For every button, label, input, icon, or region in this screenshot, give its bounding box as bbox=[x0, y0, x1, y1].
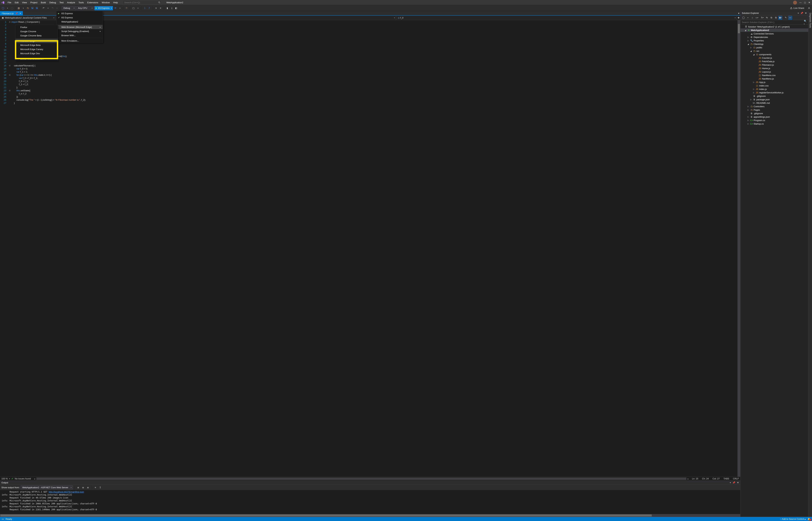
refresh-dd[interactable]: ▾ bbox=[118, 6, 122, 10]
code-editor[interactable]: 1234567891011121314151617181920212223242… bbox=[0, 20, 740, 477]
menu-tools[interactable]: Tools bbox=[77, 0, 85, 5]
zoom-level[interactable]: 100 % bbox=[1, 477, 8, 480]
panel-pin-icon[interactable]: 📌 bbox=[800, 12, 803, 15]
nav-back-icon[interactable]: ◯ bbox=[1, 6, 5, 10]
uncomment-icon[interactable]: ▮ bbox=[170, 6, 174, 10]
output-hscrollbar[interactable] bbox=[0, 514, 740, 517]
run-button[interactable]: ▶IIS Express bbox=[94, 6, 113, 10]
editor-split-grip[interactable] bbox=[738, 20, 740, 22]
tree-node[interactable]: ▷🗀public bbox=[740, 46, 808, 49]
platform-dropdown[interactable]: Any CPU bbox=[76, 6, 94, 10]
solution-search[interactable]: 🔍▾ bbox=[740, 20, 808, 25]
new-item-icon[interactable]: ▥ bbox=[17, 6, 21, 10]
menu-item[interactable]: Microsoft Edge Canary bbox=[16, 47, 58, 51]
back-icon[interactable]: ◯ bbox=[742, 16, 745, 20]
editor-vscrollbar[interactable] bbox=[738, 20, 740, 477]
project-node[interactable]: ◢ ⊕ WebApplication2 bbox=[740, 28, 808, 32]
view-icon[interactable]: ▭ bbox=[788, 16, 792, 20]
save-icon[interactable]: 🖫 bbox=[30, 6, 34, 10]
tree-node[interactable]: ▷JSApp.js bbox=[740, 81, 808, 84]
goto-next-icon[interactable]: ≣ bbox=[81, 485, 85, 490]
refresh-icon[interactable]: ⟳ bbox=[113, 6, 117, 10]
indent-icon[interactable]: ≡ bbox=[159, 6, 162, 10]
home-icon[interactable]: ⌂ bbox=[750, 16, 754, 20]
menu-item[interactable]: Browse With... bbox=[57, 33, 103, 38]
tree-node[interactable]: JSFetchData.js bbox=[740, 60, 808, 63]
pin-icon[interactable]: 📌 bbox=[16, 12, 18, 15]
quick-search[interactable] bbox=[123, 1, 161, 4]
type-dropdown[interactable] bbox=[55, 16, 396, 20]
source-control-button[interactable]: ↑ Add to Source Control ▴ bbox=[780, 518, 806, 520]
menu-project[interactable]: Project bbox=[29, 0, 39, 5]
close-tab-icon[interactable]: ✕ bbox=[20, 12, 21, 15]
tree-node[interactable]: JSFibonacci.js bbox=[740, 63, 808, 67]
sync-icon[interactable]: ⇆ bbox=[765, 16, 769, 20]
menu-item[interactable]: Microsoft Edge bbox=[16, 39, 58, 43]
menu-analyze[interactable]: Analyze bbox=[65, 0, 77, 5]
user-icon[interactable] bbox=[807, 6, 811, 10]
outdent-icon[interactable]: ≡ bbox=[154, 6, 158, 10]
tree-node[interactable]: ☁Connected Services bbox=[740, 32, 808, 35]
menu-item[interactable]: Select Web Browsers... bbox=[16, 56, 58, 61]
tree-node[interactable]: JSCounter.js bbox=[740, 56, 808, 60]
open-icon[interactable]: 🗀 bbox=[26, 6, 30, 10]
panel-dd-icon[interactable]: ▾ bbox=[730, 482, 731, 483]
minimize-button[interactable]: — bbox=[799, 1, 802, 4]
comment-icon[interactable]: ▮ bbox=[165, 6, 169, 10]
solutions-views-dd[interactable]: ▭▾ bbox=[755, 16, 759, 20]
tree-node[interactable]: ▷JSregisterServiceWorker.js bbox=[740, 91, 808, 94]
menu-item[interactable]: IIS Express bbox=[57, 16, 103, 20]
show-all-icon[interactable]: ⧉ bbox=[774, 16, 778, 20]
panel-close-icon[interactable]: ✕ bbox=[737, 481, 739, 484]
menu-item[interactable]: IIS Express bbox=[57, 11, 103, 16]
tree-node[interactable]: ▷C#Program.cs bbox=[740, 118, 808, 122]
tabs-overflow-icon[interactable]: ▾ bbox=[737, 11, 740, 15]
tree-node[interactable]: ▷C#Startup.cs bbox=[740, 122, 808, 126]
save-all-icon[interactable]: 🖫 bbox=[35, 6, 39, 10]
menu-window[interactable]: Window bbox=[100, 0, 111, 5]
tree-node[interactable]: ▷🗎package.json bbox=[740, 98, 808, 101]
auto-scroll-icon[interactable]: ↧ bbox=[98, 485, 102, 490]
split-icon[interactable]: ✥ bbox=[737, 16, 740, 20]
close-button[interactable]: ✕ bbox=[808, 1, 810, 4]
tree-node[interactable]: M↓README.md bbox=[740, 101, 808, 105]
tree-node[interactable]: ▷⚙Dependencies bbox=[740, 35, 808, 39]
undo-dd[interactable]: ▾ bbox=[46, 6, 50, 10]
collapse-icon[interactable]: ⧉ bbox=[769, 16, 773, 20]
member-dropdown[interactable]: ◇f_0 bbox=[396, 16, 737, 20]
menu-item[interactable]: Google Chrome bbox=[16, 29, 58, 33]
clear-all-icon[interactable]: ≣ bbox=[86, 485, 90, 490]
step-into-icon[interactable]: ⤵ bbox=[143, 6, 146, 10]
avatar[interactable] bbox=[793, 1, 797, 4]
pending-changes-icon[interactable]: ↻▾ bbox=[760, 16, 764, 20]
word-wrap-icon[interactable]: ≡ bbox=[94, 485, 97, 490]
tab-fibonacci[interactable]: Fibonacci.js 📌 ✕ bbox=[0, 11, 23, 16]
scope-dropdown[interactable]: ▣WebApplication2 JavaScript Content File… bbox=[0, 16, 55, 20]
menu-debug[interactable]: Debug bbox=[48, 0, 58, 5]
tree-node[interactable]: JSNavMenu.js bbox=[740, 77, 808, 81]
tree-node[interactable]: ◢🗀components bbox=[740, 53, 808, 56]
menu-build[interactable]: Build bbox=[39, 0, 48, 5]
output-text[interactable]: Request starting HTTP/1.1 GET http://loc… bbox=[0, 490, 740, 514]
menu-file[interactable]: File bbox=[6, 0, 13, 5]
config-dropdown[interactable]: Debug bbox=[62, 6, 76, 10]
layout-icon[interactable]: ▭ bbox=[2, 518, 4, 520]
tree-node[interactable]: ▷JSindex.js bbox=[740, 87, 808, 91]
tree-node[interactable]: ◢🗀ClientApp bbox=[740, 42, 808, 46]
zoom-dd-icon[interactable]: ▾ bbox=[9, 478, 10, 480]
menu-help[interactable]: Help bbox=[111, 0, 119, 5]
fold-column[interactable]: ⊟⊟⊟⊟ bbox=[8, 20, 12, 477]
tree-node[interactable]: 🗎.gitignore bbox=[740, 94, 808, 98]
solution-tree[interactable]: ☰ Solution 'WebApplication2' (1 of 1 pro… bbox=[740, 25, 808, 517]
output-from-dropdown[interactable]: WebApplication2 - ASP.NET Core Web Serve… bbox=[21, 485, 73, 489]
panel-pin-icon[interactable]: 📌 bbox=[732, 481, 735, 484]
redo-icon[interactable]: ↷ bbox=[51, 6, 54, 10]
maximize-button[interactable]: ◻ bbox=[804, 1, 806, 4]
tree-node[interactable]: ▷🗀Controllers bbox=[740, 105, 808, 108]
tree-node[interactable]: ◢🗀src bbox=[740, 49, 808, 53]
menu-extensions[interactable]: Extensions bbox=[85, 0, 100, 5]
tree-node[interactable]: 🗎.gitignore bbox=[740, 112, 808, 115]
menu-edit[interactable]: Edit bbox=[13, 0, 20, 5]
tree-node[interactable]: ◫NavMenu.css bbox=[740, 73, 808, 77]
properties-icon[interactable]: ✎ bbox=[784, 16, 788, 20]
